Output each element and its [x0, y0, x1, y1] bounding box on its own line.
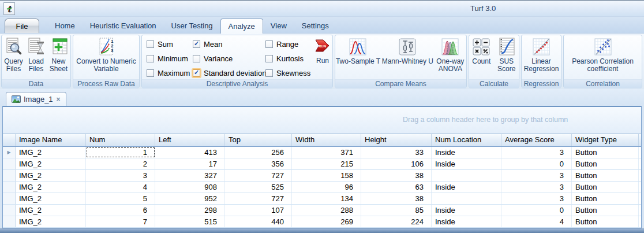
- sus-score-button[interactable]: SUS Score: [494, 35, 519, 79]
- grid-cell[interactable]: 33: [361, 147, 432, 158]
- checkbox-kurtosis[interactable]: Kurtosis: [265, 54, 310, 62]
- tab-view[interactable]: View: [263, 19, 294, 33]
- app-icon[interactable]: t: [3, 2, 15, 15]
- grid-cell[interactable]: IMG_2: [16, 205, 86, 216]
- checkbox-range[interactable]: Range: [265, 40, 310, 48]
- checkbox-maximum[interactable]: Maximum: [147, 69, 190, 77]
- count-button[interactable]: Count: [469, 35, 494, 79]
- column-header-num-location[interactable]: Num Location: [432, 134, 501, 146]
- column-header-top[interactable]: Top: [225, 134, 292, 146]
- column-header-image-name[interactable]: Image Name: [16, 134, 86, 146]
- grid-cell[interactable]: 3: [501, 170, 572, 181]
- grid-cell[interactable]: 288: [292, 205, 361, 216]
- grid-cell[interactable]: 224: [361, 216, 432, 227]
- column-header-num[interactable]: Num: [86, 134, 155, 146]
- checkbox-skewness[interactable]: Skewness: [265, 69, 310, 77]
- grid-cell[interactable]: 107: [225, 205, 292, 216]
- pearson-correlation-button[interactable]: Pearson Correlation coefficient: [564, 35, 641, 79]
- grid-cell[interactable]: IMG_2: [16, 216, 86, 227]
- checkbox-sum[interactable]: Sum: [147, 40, 190, 48]
- tab-user-testing[interactable]: User Testing: [164, 19, 220, 33]
- grid-cell[interactable]: Inside: [432, 147, 501, 158]
- table-row[interactable]: IMG_23327727158383Button: [3, 170, 641, 182]
- table-row[interactable]: IMG_2217356215106Inside0Button: [3, 158, 641, 170]
- grid-cell[interactable]: [432, 170, 501, 181]
- grid-cell[interactable]: 327: [155, 170, 225, 181]
- grid-cell[interactable]: 3: [501, 193, 572, 204]
- grid-cell[interactable]: 2: [86, 158, 155, 169]
- checkbox-box[interactable]: [265, 40, 273, 48]
- checkbox-box[interactable]: [265, 69, 273, 77]
- checkbox-box[interactable]: ✓: [193, 69, 200, 77]
- grid-cell[interactable]: 96: [292, 182, 361, 193]
- grid-cell[interactable]: 158: [292, 170, 361, 181]
- grid-cell[interactable]: 17: [155, 158, 225, 169]
- grid-cell[interactable]: Inside: [432, 182, 501, 193]
- grid-cell[interactable]: 3: [501, 182, 572, 193]
- column-header-width[interactable]: Width: [292, 134, 361, 146]
- grid-cell[interactable]: Button: [572, 193, 639, 204]
- grid-cell[interactable]: IMG_2: [16, 158, 86, 169]
- group-by-panel[interactable]: Drag a column header here to group by th…: [3, 107, 641, 134]
- grid-cell[interactable]: IMG_2: [16, 193, 86, 204]
- grid-cell[interactable]: 371: [292, 147, 361, 158]
- new-sheet-button[interactable]: New Sheet: [47, 35, 70, 79]
- column-header-left[interactable]: Left: [155, 134, 225, 146]
- table-row[interactable]: IMG_249085259663Inside3Button: [3, 182, 641, 193]
- grid-cell[interactable]: Inside: [432, 216, 501, 227]
- grid-cell[interactable]: 85: [361, 205, 432, 216]
- run-button[interactable]: RUN Run: [312, 38, 333, 65]
- checkbox-mean[interactable]: ✓Mean: [193, 40, 266, 48]
- grid-cell[interactable]: 3: [86, 170, 155, 181]
- grid-cell[interactable]: 106: [361, 158, 432, 169]
- grid-cell[interactable]: Button: [572, 170, 639, 181]
- mann-whitney-u-button[interactable]: Mann-Whitney U: [381, 35, 434, 79]
- query-files-button[interactable]: Query Files: [2, 35, 25, 79]
- two-sample-t-button[interactable]: Two-Sample T: [335, 35, 381, 79]
- table-row[interactable]: IMG_27515440269224Inside4Button: [3, 216, 641, 228]
- grid-cell[interactable]: 1: [86, 147, 155, 158]
- checkbox-box[interactable]: [147, 69, 154, 77]
- grid-cell[interactable]: 515: [155, 216, 225, 227]
- one-way-anova-button[interactable]: One-way ANOVA: [435, 35, 466, 79]
- grid-cell[interactable]: 256: [225, 147, 292, 158]
- grid-cell[interactable]: 38: [361, 193, 432, 204]
- checkbox-standard-deviation[interactable]: ✓Standard deviation: [193, 69, 266, 77]
- grid-cell[interactable]: Button: [572, 158, 639, 169]
- grid-cell[interactable]: IMG_2: [16, 182, 86, 193]
- grid-cell[interactable]: IMG_2: [16, 170, 86, 181]
- tab-home[interactable]: Home: [47, 19, 83, 33]
- grid-cell[interactable]: Inside: [432, 205, 501, 216]
- column-header-average-score[interactable]: Average Score: [501, 134, 572, 146]
- grid-cell[interactable]: 7: [86, 216, 155, 227]
- grid-cell[interactable]: 269: [292, 216, 361, 227]
- table-row[interactable]: ▶IMG_2141325637133Inside3Button: [3, 147, 641, 158]
- checkbox-box[interactable]: [265, 55, 273, 62]
- checkbox-box[interactable]: ✓: [193, 40, 200, 48]
- grid-cell[interactable]: 38: [361, 170, 432, 181]
- grid-cell[interactable]: Button: [572, 216, 639, 227]
- grid-cell[interactable]: 4: [86, 182, 155, 193]
- tab-file[interactable]: File: [5, 19, 39, 33]
- column-header-widget-type[interactable]: Widget Type: [572, 134, 639, 146]
- checkbox-box[interactable]: [147, 40, 154, 48]
- column-header-height[interactable]: Height: [361, 134, 432, 146]
- grid-cell[interactable]: 0: [501, 158, 572, 169]
- grid-cell[interactable]: 215: [292, 158, 361, 169]
- document-tab-image-1[interactable]: Image_1 ×: [6, 92, 66, 106]
- grid-cell[interactable]: 63: [361, 182, 432, 193]
- grid-cell[interactable]: IMG_2: [16, 147, 86, 158]
- checkbox-variance[interactable]: Variance: [193, 54, 266, 62]
- tab-settings[interactable]: Settings: [294, 19, 336, 33]
- close-tab-icon[interactable]: ×: [57, 95, 61, 103]
- checkbox-box[interactable]: [147, 55, 154, 62]
- grid-cell[interactable]: 440: [225, 216, 292, 227]
- grid-cell[interactable]: 6: [86, 205, 155, 216]
- grid-cell[interactable]: 727: [225, 193, 292, 204]
- grid-cell[interactable]: Button: [572, 182, 639, 193]
- convert-to-numeric-button[interactable]: 1 2 3 Convert to Numeric Variable: [74, 35, 138, 79]
- checkbox-box[interactable]: [193, 55, 200, 62]
- grid-cell[interactable]: [432, 193, 501, 204]
- grid-cell[interactable]: Button: [572, 205, 639, 216]
- grid-cell[interactable]: 908: [155, 182, 225, 193]
